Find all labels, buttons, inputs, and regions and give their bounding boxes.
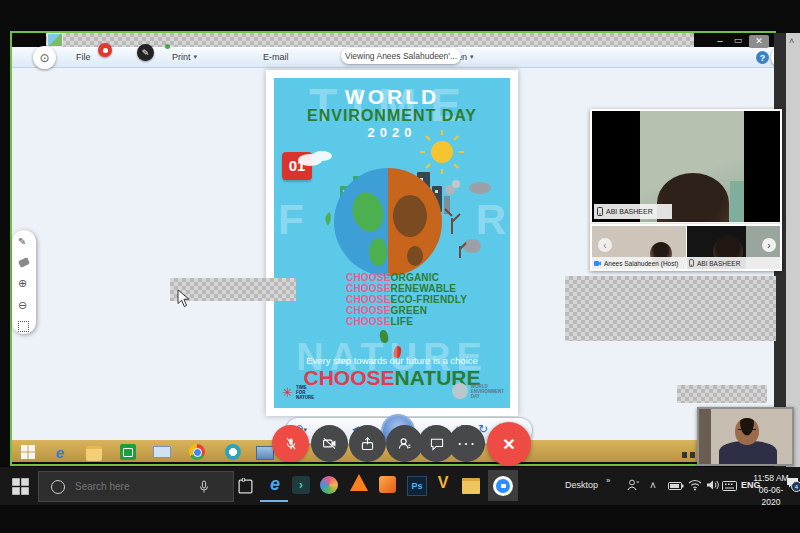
remote-start-icon[interactable] (20, 444, 36, 460)
strip-next-arrow[interactable]: › (762, 238, 776, 252)
desktop-tray-label[interactable]: Desktop (565, 480, 598, 490)
filmstrip: ‹ Anees Salahudeen (Host) › ABI BASHEER (590, 224, 782, 271)
active-app-underline (260, 500, 288, 502)
zoom-app-icon (493, 476, 513, 496)
remote-display-icon[interactable] (153, 446, 171, 458)
self-view-tile[interactable] (697, 407, 794, 466)
minimize-button[interactable]: – (712, 35, 728, 48)
choose-prefix: CHOOSE (346, 272, 391, 283)
share-banner-text: Viewing Anees Salahudeen'... (345, 51, 457, 61)
tray-time: 11:58 AM (752, 472, 790, 484)
file-menu[interactable]: File (76, 52, 91, 62)
taskbar-edge-icon[interactable]: e (264, 474, 286, 496)
poster-image: TIME WORLD ENVIRONMENT DAY 2020 01 F R (266, 70, 518, 416)
print-menu-label: Print (172, 52, 191, 62)
remote-ie-icon[interactable]: e (52, 444, 68, 460)
poster-choose-list: CHOOSEORGANIC CHOOSERENEWABLE CHOOSEECO-… (346, 272, 467, 327)
strip-prev-arrow[interactable]: ‹ (598, 238, 612, 252)
earth-illustration (284, 130, 500, 280)
volume-icon[interactable] (706, 479, 719, 491)
taskbar-v-app-icon[interactable]: V (434, 474, 452, 494)
overlay-pen-button[interactable]: ✎ (137, 44, 154, 61)
video-off-button[interactable] (311, 425, 348, 462)
share-screen-button[interactable] (349, 425, 386, 462)
search-input[interactable] (73, 480, 197, 493)
more-button[interactable]: • • • (448, 425, 485, 462)
camera-off-icon (321, 435, 338, 452)
tray-overflow-chevrons[interactable]: » (606, 476, 610, 485)
taskbar-photoshop-icon[interactable]: Ps (407, 476, 427, 496)
maximize-button[interactable]: ▭ (730, 35, 746, 48)
zoom-in-button[interactable]: ⊕ (18, 277, 27, 290)
participant-name: Anees Salahudeen (Host) (604, 260, 678, 267)
chevron-down-icon: ▾ (470, 53, 474, 61)
starburst-icon: ✳ (282, 385, 293, 400)
hidden-icons-chevron[interactable]: ˄ (650, 480, 656, 491)
pen-icon: ✎ (142, 48, 150, 58)
mic-off-icon (283, 436, 299, 452)
main-video-tile[interactable]: ABI BASHEER (590, 109, 782, 224)
participant-name: ABI BASHEER (697, 260, 740, 267)
filmstrip-tile-abi[interactable]: › ABI BASHEER (687, 226, 780, 269)
choose-prefix: CHOOSE (346, 316, 391, 327)
action-center-button[interactable]: 4 (786, 477, 799, 489)
overlay-target-button[interactable]: ⊙ (33, 46, 56, 69)
time-for-nature-logo: ✳ TIME FOR NATURE (282, 385, 314, 400)
scrollbar[interactable] (786, 33, 800, 467)
taskbar-media-app-icon[interactable]: › (292, 476, 310, 494)
store-bag-icon (123, 448, 133, 457)
remote-store-icon[interactable] (120, 444, 136, 460)
fullscreen-button[interactable] (18, 321, 29, 332)
start-button[interactable] (11, 477, 30, 496)
clock[interactable]: 11:58 AM 06-06-2020 (752, 472, 790, 508)
mic-icon[interactable] (199, 480, 209, 494)
transparency-artifact-block (565, 276, 776, 341)
tray-date: 06-06-2020 (752, 484, 790, 508)
phone-icon (597, 207, 603, 216)
email-menu[interactable]: E-mail (263, 52, 289, 62)
taskbar-orange-app-icon[interactable] (379, 476, 396, 493)
chat-icon (429, 436, 445, 452)
filmstrip-tile-host[interactable]: ‹ Anees Salahudeen (Host) (592, 226, 686, 269)
taskbar-explorer-icon[interactable] (462, 478, 480, 494)
remote-app-circle-icon[interactable] (225, 444, 241, 460)
participant-name: ABI BASHEER (606, 208, 653, 215)
phone-icon (689, 259, 694, 267)
remote-chrome-icon[interactable] (189, 444, 205, 460)
logo-right-line: DAY (471, 394, 504, 399)
overlay-record-button[interactable] (98, 43, 112, 57)
end-call-button[interactable]: ✕ (487, 422, 531, 466)
help-button[interactable]: ? (756, 51, 769, 64)
wifi-icon[interactable] (688, 479, 702, 491)
choose-prefix: CHOOSE (346, 283, 391, 294)
choose-word: GREEN (391, 305, 428, 316)
photo-viewer-app-icon (47, 33, 63, 47)
target-icon: ⊙ (39, 51, 49, 65)
logo-left-line: NATURE (296, 395, 314, 400)
camera-icon (594, 261, 601, 266)
print-menu[interactable]: Print ▾ (172, 52, 197, 62)
remote-folder-icon[interactable] (86, 446, 102, 461)
battery-icon[interactable] (668, 481, 684, 491)
close-button[interactable]: ✕ (749, 35, 769, 48)
door-shadow (699, 409, 711, 464)
zoom-out-button[interactable]: ⊖ (18, 299, 27, 312)
people-tray-icon[interactable] (626, 478, 640, 492)
touch-keyboard-icon[interactable] (722, 481, 737, 491)
taskbar-photoscape-icon[interactable] (320, 476, 338, 494)
annotate-pen-button[interactable]: ✎ (18, 236, 26, 247)
poster-tagline: Every step towards our future is a choic… (274, 355, 510, 366)
mute-button[interactable] (272, 425, 309, 462)
taskbar-zoom-tile[interactable] (488, 470, 518, 501)
mouse-cursor (177, 289, 190, 308)
screen-recording-frame: File Print ▾ E-mail Burn ▾ Open ▾ ⊙ ✎ Vi… (0, 0, 800, 533)
taskbar-vlc-icon[interactable] (350, 474, 368, 491)
search-box[interactable] (38, 471, 234, 502)
glasses-icon (738, 429, 756, 433)
task-view-button[interactable] (237, 478, 254, 495)
scroll-up-arrow[interactable]: ˄ (789, 36, 794, 46)
email-menu-label: E-mail (263, 52, 289, 62)
remote-photos-icon[interactable] (256, 446, 274, 460)
host-name-label: Anees Salahudeen (Host) (592, 257, 686, 269)
share-banner: Viewing Anees Salahudeen'... (341, 48, 461, 64)
